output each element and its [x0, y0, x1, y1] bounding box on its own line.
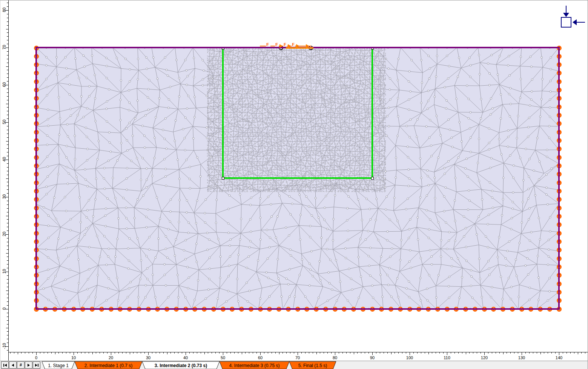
ruler-tick — [272, 352, 272, 354]
ruler-tick — [473, 352, 473, 354]
ruler-tick — [518, 352, 518, 354]
ruler-tick — [7, 77, 8, 78]
ruler-label: 130 — [514, 355, 529, 360]
ruler-tick — [428, 352, 429, 354]
ruler-tick — [301, 352, 302, 354]
ruler-tick — [77, 352, 78, 354]
ruler-label: 50 — [215, 355, 230, 360]
ruler-label: 70 — [290, 355, 305, 360]
ruler-tick — [7, 260, 8, 261]
ruler-tick — [40, 352, 40, 354]
stage-nav-previous-button[interactable] — [9, 361, 17, 369]
stage-nav-last-button[interactable] — [33, 361, 40, 369]
ruler-tick — [275, 352, 276, 354]
ruler-tick — [7, 148, 8, 149]
ruler-tick — [197, 352, 197, 354]
stage-tab-label[interactable]: 3. Intermediate 2 (0.73 s) — [155, 363, 207, 368]
ruler-tick — [29, 352, 29, 354]
ruler-tick — [391, 352, 391, 354]
stage-tab-label[interactable]: 2. Intermediate 1 (0.7 s) — [84, 363, 132, 368]
ruler-tick — [529, 352, 530, 354]
ruler-tick — [115, 352, 115, 354]
ruler-tick — [148, 352, 149, 355]
model-viewport-window: AAAAAAAAAAAAAAAAAAAAAAAAAAAAAAAAAAAAAAAA… — [0, 0, 588, 369]
ruler-tick — [7, 96, 8, 97]
ruler-tick — [327, 352, 328, 354]
ruler-tick — [256, 352, 257, 354]
ruler-tick — [152, 352, 152, 354]
ruler-tick — [481, 352, 481, 354]
ruler-tick — [578, 352, 578, 354]
ruler-tick — [7, 301, 8, 302]
ruler-tick — [7, 212, 8, 212]
ruler-tick — [7, 189, 8, 190]
ruler-tick — [7, 89, 8, 89]
ruler-tick — [574, 352, 574, 354]
external-boundary[interactable] — [35, 47, 560, 310]
ruler-tick — [178, 352, 178, 354]
ruler-tick — [417, 352, 418, 354]
stage-tab-label[interactable]: 1. Stage 1 — [48, 363, 69, 368]
ruler-tick — [7, 55, 8, 55]
ruler-tick — [7, 6, 8, 7]
ruler-tick — [447, 352, 447, 355]
stage-nav-first-icon — [5, 364, 7, 367]
ruler-label: 90 — [365, 355, 380, 360]
ruler-tick — [7, 279, 8, 280]
stage-nav-stage-list-button[interactable]: # — [17, 361, 25, 369]
ruler-tick — [7, 107, 8, 108]
ruler-tick — [18, 352, 18, 354]
ruler-tick — [7, 343, 8, 343]
ruler-tick — [32, 352, 33, 354]
ruler-tick — [410, 352, 410, 355]
ruler-tick — [249, 352, 249, 354]
ruler-label: 40 — [178, 355, 193, 360]
ruler-tick — [570, 352, 571, 354]
stage-nav-last-icon — [38, 364, 38, 367]
ruler-tick — [279, 352, 279, 354]
ruler-tick — [137, 352, 137, 354]
ruler-tick — [7, 32, 8, 33]
ruler-tick — [253, 352, 253, 354]
ruler-tick — [6, 216, 8, 216]
stage-nav-next-button[interactable] — [25, 361, 32, 369]
ruler-tick — [55, 352, 55, 354]
ruler-tick — [7, 294, 8, 294]
ruler-tick — [6, 141, 8, 141]
ruler-tick — [7, 339, 8, 339]
stage-nav-first-button[interactable] — [1, 361, 9, 369]
ruler-tick — [156, 352, 156, 354]
ruler-tick — [7, 204, 8, 205]
ruler-tick — [7, 331, 8, 332]
ruler-tick — [36, 352, 37, 355]
vertical-stress-arrowhead — [563, 13, 569, 17]
ruler-tick — [7, 320, 8, 321]
ruler-label: 0 — [29, 355, 44, 360]
ruler-tick — [7, 22, 8, 22]
ruler-tick — [44, 352, 44, 354]
ruler-tick — [7, 246, 8, 246]
ruler-tick — [7, 92, 8, 93]
ruler-tick — [290, 352, 290, 354]
ruler-tick — [316, 352, 317, 354]
ruler-tick — [7, 70, 8, 70]
ruler-tick — [7, 171, 8, 171]
stage-tab-label[interactable]: 4. Intermediate 3 (0.75 s) — [229, 363, 279, 368]
ruler-tick — [7, 167, 8, 168]
ruler-tick — [7, 63, 8, 63]
ruler-tick — [7, 134, 8, 134]
ruler-tick — [7, 227, 8, 227]
ruler-tick — [380, 352, 380, 354]
ruler-tick — [499, 352, 500, 354]
ruler-tick — [309, 352, 309, 354]
ruler-tick — [6, 29, 8, 29]
stage-tab-label[interactable]: 5. Final (1.5 s) — [298, 363, 327, 368]
ruler-tick — [133, 352, 134, 354]
ruler-tick — [286, 352, 287, 354]
ruler-tick — [548, 352, 548, 354]
ruler-tick — [585, 352, 585, 354]
ruler-tick — [421, 352, 421, 354]
ruler-tick — [335, 352, 335, 355]
ruler-tick — [7, 74, 8, 74]
ruler-tick — [451, 352, 451, 354]
